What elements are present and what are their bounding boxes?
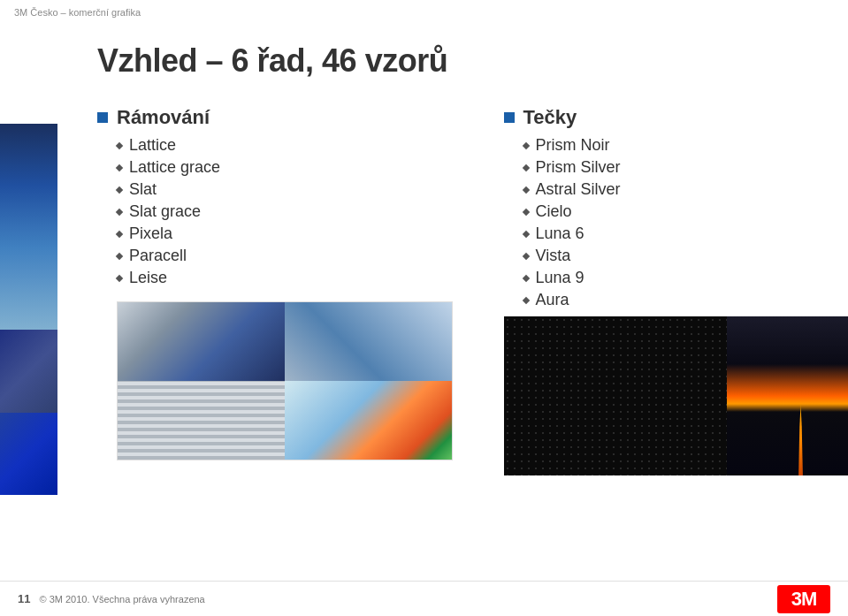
3m-logo: 3M	[777, 585, 830, 613]
left-image-2	[285, 302, 452, 381]
left-section-heading: Rámování	[97, 106, 469, 129]
left-image-4	[285, 381, 452, 460]
footer-left: 11 © 3M 2010. Všechna práva vyhrazena	[18, 592, 205, 605]
list-item: Prism Noir	[523, 136, 849, 155]
sub-bullet-icon	[116, 252, 123, 259]
sub-bullet-icon	[116, 208, 123, 215]
list-item: Leise	[117, 269, 469, 287]
sub-bullet-icon	[522, 141, 529, 148]
right-image-1	[504, 316, 727, 475]
sub-bullet-icon	[116, 141, 123, 148]
columns-layout: Rámování Lattice Lattice grace Slat	[97, 106, 848, 475]
left-image-grid	[117, 301, 453, 460]
left-column: Rámování Lattice Lattice grace Slat	[97, 106, 486, 475]
list-item: Aura	[523, 291, 849, 309]
sub-bullet-icon	[522, 296, 529, 303]
footer-copyright: © 3M 2010. Všechna práva vyhrazena	[39, 594, 204, 605]
list-item: Cielo	[523, 202, 849, 221]
left-items-list: Lattice Lattice grace Slat Slat grace Pi…	[117, 136, 469, 287]
page-title: Vzhled – 6 řad, 46 vzorů	[97, 42, 813, 80]
left-bullet-icon	[97, 112, 108, 123]
list-item: Lattice	[117, 136, 469, 155]
sub-bullet-icon	[522, 230, 529, 237]
top-bar: 3M Česko – komerční grafika	[0, 0, 848, 25]
sub-bullet-icon	[116, 274, 123, 281]
list-item: Slat grace	[117, 202, 469, 221]
right-items-list: Prism Noir Prism Silver Astral Silver Ci…	[523, 136, 849, 309]
sub-bullet-icon	[116, 164, 123, 171]
list-item: Lattice grace	[117, 158, 469, 177]
list-item: Astral Silver	[523, 180, 849, 199]
list-item: Slat	[117, 180, 469, 199]
left-image-3	[118, 381, 285, 460]
list-item: Luna 6	[523, 224, 849, 243]
3m-logo-text: 3M	[777, 585, 830, 613]
right-image-grid	[504, 316, 849, 475]
right-column: Tečky Prism Noir Prism Silver Astral Sil…	[486, 106, 849, 475]
right-section-title: Tečky	[523, 106, 577, 129]
list-item: Vista	[523, 247, 849, 265]
sub-bullet-icon	[116, 186, 123, 193]
right-bullet-icon	[504, 112, 515, 123]
list-item: Paracell	[117, 247, 469, 265]
list-item: Prism Silver	[523, 158, 849, 177]
sub-bullet-icon	[522, 208, 529, 215]
page-number: 11	[18, 592, 30, 605]
list-item: Pixela	[117, 224, 469, 243]
sub-bullet-icon	[522, 186, 529, 193]
left-image-1	[118, 302, 285, 381]
right-image-2	[727, 316, 849, 475]
list-item: Luna 9	[523, 269, 849, 287]
sub-bullet-icon	[116, 230, 123, 237]
sub-bullet-icon	[522, 274, 529, 281]
sub-bullet-icon	[522, 164, 529, 171]
left-section-title: Rámování	[117, 106, 210, 129]
right-section-heading: Tečky	[504, 106, 849, 129]
footer: 11 © 3M 2010. Všechna práva vyhrazena 3M	[0, 581, 848, 616]
top-bar-text: 3M Česko – komerční grafika	[14, 7, 141, 18]
sub-bullet-icon	[522, 252, 529, 259]
main-content: Vzhled – 6 řad, 46 vzorů Rámování Lattic…	[0, 25, 848, 475]
